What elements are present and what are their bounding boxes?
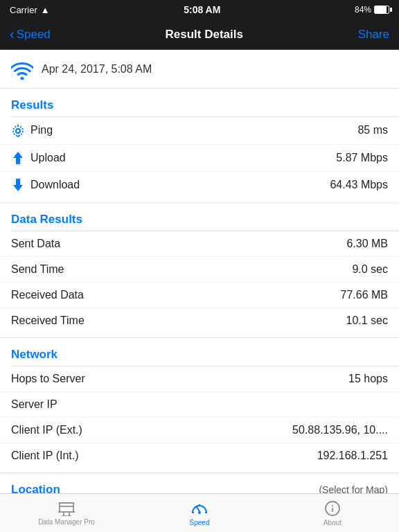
client-ip-ext-label: Client IP (Ext.) xyxy=(11,424,82,436)
hops-value: 15 hops xyxy=(348,373,388,385)
tab-about-label: About xyxy=(323,519,342,526)
client-ip-int-row: Client IP (Int.) 192.168.1.251 xyxy=(0,443,399,468)
download-row: Download 64.43 Mbps xyxy=(0,172,399,198)
download-label-text: Download xyxy=(30,179,80,191)
received-data-row: Received Data 77.66 MB xyxy=(0,283,399,308)
location-section: Location (Select for Map) Server Mntn Vi… xyxy=(0,473,399,493)
received-data-value: 77.66 MB xyxy=(341,289,388,301)
location-title: Location xyxy=(11,483,60,493)
download-label: Download xyxy=(11,178,80,192)
tab-speed-label: Speed xyxy=(190,519,210,526)
tab-data-manager[interactable]: Data Manager Pro xyxy=(0,494,133,532)
data-results-title: Data Results xyxy=(0,210,399,231)
status-left: Carrier ▲ xyxy=(10,5,50,15)
results-section: Results Ping 85 ms xyxy=(0,89,399,203)
svg-point-16 xyxy=(332,505,333,506)
svg-marker-4 xyxy=(13,152,23,164)
received-time-row: Received Time 10.1 sec xyxy=(0,308,399,333)
upload-icon xyxy=(11,151,25,165)
server-ip-row: Server IP xyxy=(0,392,399,418)
svg-point-0 xyxy=(16,129,20,133)
ping-label-text: Ping xyxy=(30,124,53,136)
carrier-label: Carrier xyxy=(10,5,37,15)
tab-bar: Data Manager Pro Speed About xyxy=(0,493,399,532)
ping-icon xyxy=(11,123,25,138)
send-time-label: Send Time xyxy=(11,263,64,276)
chevron-left-icon: ‹ xyxy=(10,27,15,41)
nav-bar: ‹ Speed Result Details Share xyxy=(0,19,399,50)
received-data-label: Received Data xyxy=(11,289,84,301)
client-ip-ext-value: 50.88.135.96, 10.... xyxy=(292,424,388,436)
received-time-value: 10.1 sec xyxy=(346,314,388,327)
back-label: Speed xyxy=(17,28,51,42)
test-date: Apr 24, 2017, 5:08 AM xyxy=(42,63,152,76)
upload-row: Upload 5.87 Mbps xyxy=(0,145,399,172)
client-ip-ext-row: Client IP (Ext.) 50.88.135.96, 10.... xyxy=(0,418,399,443)
ping-value: 85 ms xyxy=(357,124,388,136)
client-ip-int-value: 192.168.1.251 xyxy=(317,450,388,462)
select-for-map-label[interactable]: (Select for Map) xyxy=(319,484,388,493)
tab-about[interactable]: About xyxy=(266,494,399,532)
download-icon xyxy=(11,178,25,192)
header-row: Apr 24, 2017, 5:08 AM xyxy=(0,50,399,89)
speed-icon xyxy=(190,499,209,516)
received-time-label: Received Time xyxy=(11,314,85,327)
client-ip-int-label: Client IP (Int.) xyxy=(11,450,79,462)
upload-label: Upload xyxy=(11,151,66,165)
send-time-value: 9.0 sec xyxy=(352,263,388,276)
server-ip-label: Server IP xyxy=(11,398,57,411)
status-bar: Carrier ▲ 5:08 AM 84% xyxy=(0,0,399,19)
send-time-row: Send Time 9.0 sec xyxy=(0,257,399,283)
about-icon xyxy=(324,499,341,516)
status-right: 84% xyxy=(355,5,389,15)
network-section: Network Hops to Server 15 hops Server IP… xyxy=(0,338,399,473)
battery-icon xyxy=(374,6,389,14)
location-header: Location (Select for Map) xyxy=(0,480,399,493)
status-time: 5:08 AM xyxy=(184,4,220,15)
upload-value: 5.87 Mbps xyxy=(336,152,388,164)
wifi-icon-large xyxy=(11,60,33,80)
sent-data-row: Sent Data 6.30 MB xyxy=(0,231,399,257)
hops-label: Hops to Server xyxy=(11,373,85,385)
wifi-icon: ▲ xyxy=(41,5,50,15)
data-manager-icon xyxy=(57,500,76,516)
svg-point-1 xyxy=(13,126,23,136)
tab-speed[interactable]: Speed xyxy=(133,494,266,532)
main-content: Apr 24, 2017, 5:08 AM Results Ping 85 ms xyxy=(0,50,399,493)
sent-data-value: 6.30 MB xyxy=(346,238,388,250)
results-title: Results xyxy=(0,96,399,116)
svg-marker-5 xyxy=(13,179,23,191)
ping-label: Ping xyxy=(11,123,53,138)
sent-data-label: Sent Data xyxy=(11,238,60,250)
upload-label-text: Upload xyxy=(30,152,66,164)
back-button[interactable]: ‹ Speed xyxy=(10,28,51,42)
ping-row: Ping 85 ms xyxy=(0,117,399,145)
svg-line-10 xyxy=(197,507,200,511)
nav-title: Result Details xyxy=(166,28,243,42)
data-results-section: Data Results Sent Data 6.30 MB Send Time… xyxy=(0,203,399,338)
network-title: Network xyxy=(0,345,399,366)
hops-row: Hops to Server 15 hops xyxy=(0,366,399,392)
share-button[interactable]: Share xyxy=(358,28,389,42)
tab-data-manager-label: Data Manager Pro xyxy=(38,518,95,526)
battery-percent: 84% xyxy=(355,5,371,15)
download-value: 64.43 Mbps xyxy=(330,179,388,191)
